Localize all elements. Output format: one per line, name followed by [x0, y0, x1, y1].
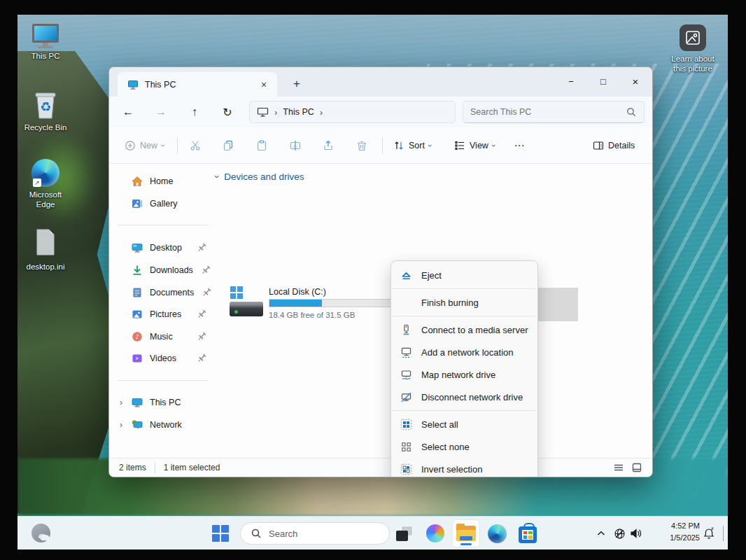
menu-item-eject[interactable]: Eject	[391, 264, 537, 286]
monitor-icon	[127, 79, 139, 90]
plus-circle-icon	[125, 140, 136, 151]
group-header-devices-and-drives[interactable]: › Devices and drives	[216, 172, 304, 182]
large-icons-view-icon[interactable]	[631, 462, 642, 473]
show-desktop-button[interactable]	[723, 526, 724, 541]
sort-button-label: Sort	[409, 141, 425, 150]
new-button[interactable]: New ›	[119, 134, 170, 157]
monitor-icon	[257, 107, 269, 117]
menu-item-connect-media-server[interactable]: Connect to a media server	[391, 318, 537, 341]
taskbar-clock[interactable]: 4:52 PM 1/5/2025	[656, 520, 700, 544]
start-button[interactable]	[206, 519, 234, 547]
desktop-icon-this-pc[interactable]: This PC	[19, 24, 72, 61]
sidebar-item-label: Gallery	[150, 199, 178, 209]
copy-button[interactable]	[216, 134, 241, 157]
navigation-bar: ← → ↑ ↻ › This PC ›	[109, 97, 652, 127]
drive-free-space: 18.4 GB free of 31.5 GB	[269, 311, 355, 319]
menu-item-select-none[interactable]: Select none	[391, 435, 537, 458]
taskbar-search[interactable]: Search	[240, 522, 390, 545]
close-button[interactable]: ×	[620, 67, 651, 95]
sidebar-item-videos[interactable]: Videos	[115, 348, 211, 369]
store-button[interactable]	[514, 519, 542, 547]
search-input[interactable]	[470, 107, 626, 117]
desktop-icon-learn-about-picture[interactable]: Learn about this picture	[666, 24, 719, 74]
menu-item-select-all[interactable]: Select all	[391, 413, 537, 435]
back-button[interactable]: ←	[116, 100, 140, 124]
sidebar-item-desktop[interactable]: Desktop	[115, 237, 211, 258]
widgets-button[interactable]	[31, 524, 50, 542]
menu-item-add-network-location[interactable]: Add a network location	[391, 341, 537, 363]
sidebar-item-gallery[interactable]: Gallery	[115, 193, 211, 214]
delete-button[interactable]	[349, 134, 374, 157]
refresh-button[interactable]: ↻	[216, 100, 239, 124]
maximize-button[interactable]: □	[588, 67, 619, 95]
task-view-icon	[396, 526, 413, 541]
local-disk-tile[interactable]: Local Disk (C:) 18.4 GB free of 31.5 GB	[227, 286, 395, 321]
file-explorer-icon	[456, 526, 476, 541]
drive-capacity-fill	[269, 300, 322, 307]
menu-item-disconnect-network-drive[interactable]: Disconnect network drive	[391, 386, 537, 408]
details-pane-button[interactable]: Details	[587, 134, 640, 157]
breadcrumb-this-pc[interactable]: This PC	[283, 107, 314, 117]
sidebar-item-label: Music	[150, 332, 173, 342]
chevron-down-icon: ›	[158, 144, 168, 147]
address-bar[interactable]: › This PC ›	[249, 101, 456, 123]
tray-chevron-up-button[interactable]	[592, 524, 610, 543]
minimize-button[interactable]: −	[556, 67, 586, 95]
desktop-icon-label: Recycle Bin	[24, 122, 67, 132]
menu-item-finish-burning[interactable]: Finish burning	[391, 291, 537, 314]
sidebar-item-pictures[interactable]: Pictures	[115, 304, 211, 325]
search-icon	[251, 528, 262, 539]
paste-button[interactable]	[249, 134, 274, 157]
svg-text:♪: ♪	[135, 333, 139, 340]
tray-time: 4:52 PM	[656, 520, 700, 532]
see-more-button[interactable]: ⋯	[509, 134, 530, 157]
menu-item-map-network-drive[interactable]: Map network drive	[391, 363, 537, 386]
sidebar-item-label: This PC	[150, 398, 181, 407]
new-tab-button[interactable]: +	[287, 74, 307, 94]
pin-icon	[196, 242, 207, 253]
search-box[interactable]	[463, 101, 645, 123]
edge-button[interactable]	[483, 519, 511, 547]
cut-button[interactable]	[183, 134, 208, 157]
tab-this-pc[interactable]: This PC ×	[118, 72, 277, 97]
home-icon	[132, 176, 143, 187]
sidebar-item-home[interactable]: Home	[115, 171, 211, 192]
notification-bell-icon[interactable]	[700, 524, 718, 543]
selection-count: 1 item selected	[164, 463, 220, 472]
desktop-icon-recycle-bin[interactable]: ♻ Recycle Bin	[19, 90, 72, 132]
task-view-button[interactable]	[390, 519, 418, 547]
copilot-button[interactable]	[421, 519, 449, 547]
desktop-screen: This PC ♻ Recycle Bin ↗ Microsoft Edge d…	[17, 15, 728, 550]
sidebar-item-label: Pictures	[150, 309, 181, 319]
sidebar-item-downloads[interactable]: Downloads	[115, 260, 211, 281]
media-server-icon	[400, 324, 412, 336]
chevron-down-icon: ›	[426, 144, 435, 147]
sidebar-item-documents[interactable]: Documents	[115, 282, 211, 303]
sort-button[interactable]: Sort ›	[388, 134, 437, 157]
menu-item-label: Select none	[421, 442, 470, 452]
details-view-icon[interactable]	[613, 462, 624, 473]
chevron-down-icon: ›	[490, 144, 498, 147]
desktop-icon-label: desktop.ini	[27, 262, 65, 272]
rename-button[interactable]: A	[283, 134, 308, 157]
sidebar-item-network[interactable]: Network	[115, 414, 211, 435]
volume-icon[interactable]	[627, 524, 645, 543]
menu-item-invert-selection[interactable]: Invert selection	[391, 458, 537, 477]
view-button[interactable]: View ›	[449, 134, 501, 157]
tab-close-button[interactable]: ×	[256, 77, 272, 92]
share-button[interactable]	[316, 134, 341, 157]
collapse-chevron-icon[interactable]: ›	[212, 175, 223, 178]
desktop-icon-microsoft-edge[interactable]: ↗ Microsoft Edge	[19, 159, 72, 210]
file-explorer-button[interactable]	[452, 519, 480, 547]
up-button[interactable]: ↑	[183, 100, 206, 124]
documents-icon	[132, 287, 143, 298]
edge-icon	[488, 524, 507, 543]
sidebar-item-this-pc[interactable]: This PC	[115, 392, 211, 413]
network-globe-icon[interactable]	[610, 524, 628, 543]
shortcut-arrow-icon: ↗	[33, 178, 41, 187]
forward-button[interactable]: →	[149, 100, 173, 124]
file-explorer-window: This PC × + − □ × ← → ↑ ↻ › This PC ›	[108, 66, 653, 477]
tab-strip: This PC × + − □ ×	[109, 67, 652, 97]
desktop-icon-desktop-ini[interactable]: desktop.ini	[19, 228, 72, 272]
sidebar-item-music[interactable]: ♪ Music	[115, 326, 211, 347]
